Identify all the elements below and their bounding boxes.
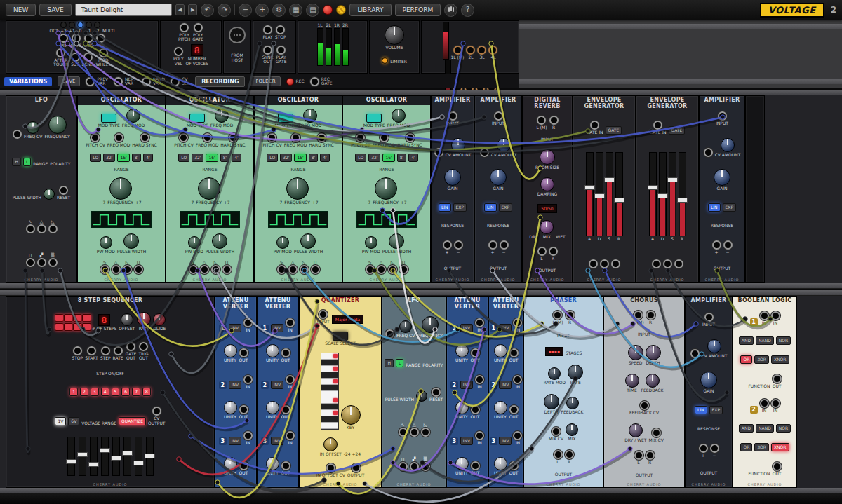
r-jack[interactable] bbox=[646, 311, 655, 320]
offset-knob[interactable] bbox=[121, 313, 133, 326]
mod-type-button[interactable] bbox=[278, 114, 293, 123]
nand-button[interactable]: NAND bbox=[756, 336, 774, 345]
wave-output-jack[interactable] bbox=[26, 258, 35, 267]
hand-drag-icon[interactable] bbox=[444, 4, 457, 17]
jack-jack[interactable] bbox=[690, 349, 700, 358]
4-button[interactable]: 4' bbox=[232, 154, 241, 162]
pitch-cv-jack[interactable] bbox=[356, 133, 365, 142]
record-icon[interactable] bbox=[323, 5, 333, 15]
2-button[interactable]: 2 bbox=[80, 388, 88, 396]
output-jack[interactable] bbox=[352, 463, 361, 472]
in-jack[interactable] bbox=[475, 318, 484, 327]
gate-out-jack[interactable] bbox=[126, 342, 135, 351]
piano-key[interactable] bbox=[321, 379, 338, 385]
wave-output-jack[interactable] bbox=[421, 428, 430, 437]
damping-knob[interactable] bbox=[540, 177, 554, 191]
2l-jack[interactable] bbox=[466, 46, 475, 55]
frequency-knob[interactable] bbox=[422, 316, 439, 333]
wave-output-jack[interactable] bbox=[311, 265, 320, 274]
undo-icon[interactable]: ↶ bbox=[201, 4, 214, 17]
pw-mod-knob[interactable] bbox=[365, 236, 377, 249]
hard-sync-jack[interactable] bbox=[317, 133, 326, 142]
out-jack[interactable] bbox=[471, 405, 480, 414]
piano-key[interactable] bbox=[321, 391, 338, 397]
out-jack[interactable] bbox=[281, 461, 290, 470]
hard-sync-jack[interactable] bbox=[140, 133, 149, 142]
cv-amount-knob[interactable] bbox=[707, 339, 721, 353]
input-jack[interactable] bbox=[494, 111, 503, 121]
speed-knob[interactable] bbox=[628, 345, 643, 360]
knob-knob[interactable] bbox=[44, 189, 55, 200]
trig-out-jack[interactable] bbox=[139, 342, 148, 351]
unity-knob[interactable] bbox=[224, 457, 237, 470]
rec-led[interactable] bbox=[286, 78, 294, 86]
r-jack[interactable] bbox=[549, 116, 559, 125]
bend-jack[interactable] bbox=[83, 53, 93, 62]
exp-button[interactable]: EXP bbox=[723, 203, 737, 212]
step-fader[interactable] bbox=[67, 437, 75, 476]
nor-button[interactable]: NOR bbox=[776, 424, 791, 433]
mix-cv-jack[interactable] bbox=[552, 427, 561, 436]
unity-knob[interactable] bbox=[266, 344, 279, 357]
in-jack[interactable] bbox=[760, 399, 769, 408]
jack-jack[interactable] bbox=[589, 259, 598, 268]
lo-button[interactable]: LO bbox=[355, 154, 366, 162]
exp-button[interactable]: EXP bbox=[499, 203, 513, 212]
mod-wheel-jack[interactable] bbox=[99, 48, 108, 57]
jack-jack[interactable] bbox=[385, 329, 394, 339]
out-jack[interactable] bbox=[773, 462, 782, 471]
out-jack[interactable] bbox=[509, 461, 519, 470]
piano-key[interactable] bbox=[321, 423, 338, 429]
wave-output-jack[interactable] bbox=[26, 224, 35, 233]
in-jack[interactable] bbox=[771, 311, 780, 320]
cv-output-jack[interactable] bbox=[152, 407, 161, 416]
pitch-cv-jack[interactable] bbox=[179, 133, 188, 142]
trigger-button[interactable] bbox=[82, 323, 91, 331]
wave-output-jack[interactable] bbox=[37, 224, 46, 233]
8-button[interactable]: 8' bbox=[132, 154, 141, 162]
r-jack[interactable] bbox=[565, 450, 574, 459]
piano-key[interactable] bbox=[321, 372, 338, 379]
rate-knob[interactable] bbox=[568, 365, 583, 380]
ctrl-jack[interactable] bbox=[699, 444, 708, 453]
depth-knob[interactable] bbox=[544, 394, 559, 409]
5-button[interactable]: 5 bbox=[112, 388, 120, 396]
depth-knob[interactable] bbox=[646, 345, 661, 360]
rate-knob[interactable] bbox=[137, 312, 151, 326]
mod-type-button[interactable] bbox=[366, 114, 382, 123]
unity-knob[interactable] bbox=[224, 401, 237, 414]
jack-jack[interactable] bbox=[663, 259, 672, 268]
r-jack[interactable] bbox=[566, 311, 575, 320]
gate-in-jack[interactable] bbox=[590, 121, 599, 130]
32-button[interactable]: 32' bbox=[280, 154, 292, 162]
wave-output-jack[interactable] bbox=[410, 462, 419, 471]
stop-jack[interactable] bbox=[73, 346, 82, 355]
library-button[interactable]: LIBRARY bbox=[349, 4, 391, 16]
xnor-button[interactable]: XNOR bbox=[771, 443, 789, 451]
frequency-knob[interactable] bbox=[109, 177, 132, 200]
in-jack[interactable] bbox=[286, 431, 295, 440]
trigger-button[interactable] bbox=[73, 314, 82, 322]
freq-mod-knob[interactable] bbox=[126, 109, 140, 123]
frequency-knob[interactable] bbox=[286, 177, 309, 200]
pitch-cv-jack[interactable] bbox=[91, 133, 100, 142]
exp-button[interactable]: EXP bbox=[709, 406, 723, 414]
trigger-button[interactable] bbox=[73, 323, 82, 331]
ctrl-jack[interactable] bbox=[443, 240, 452, 250]
step-fader[interactable] bbox=[79, 437, 86, 476]
reset-jack[interactable] bbox=[432, 388, 441, 397]
variations-tab[interactable]: VARIATIONS bbox=[4, 77, 52, 86]
step-fader[interactable] bbox=[112, 437, 120, 476]
rec-gate-jack[interactable] bbox=[310, 77, 319, 86]
out-jack[interactable] bbox=[239, 461, 248, 470]
gain-knob[interactable] bbox=[700, 372, 717, 388]
out-jack[interactable] bbox=[509, 405, 519, 414]
s-slider[interactable] bbox=[606, 152, 613, 236]
frequency-knob[interactable] bbox=[48, 116, 67, 134]
pitch-cv-jack[interactable] bbox=[267, 133, 276, 142]
freq-mod-knob[interactable] bbox=[215, 109, 229, 123]
piano-key[interactable] bbox=[321, 404, 338, 410]
d-slider[interactable] bbox=[659, 152, 667, 236]
cv-amount-knob[interactable] bbox=[721, 138, 735, 152]
inv-button[interactable]: INV bbox=[499, 381, 512, 389]
